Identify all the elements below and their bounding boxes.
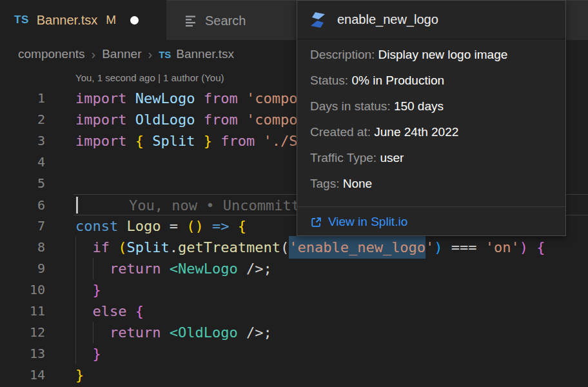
split-flag-popup: enable_new_logo Description: Display new… <box>297 0 566 236</box>
line-number: 2 <box>0 109 45 130</box>
line-number: 14 <box>0 364 45 386</box>
line-number: 11 <box>0 301 45 322</box>
flag-detail-value: None <box>343 177 372 190</box>
flag-detail-value: 0% in Production <box>351 74 444 87</box>
line-number: 7 <box>0 215 45 237</box>
code-text: return <OldLogo />; <box>75 322 272 343</box>
line-number: 9 <box>0 258 45 279</box>
line-number: 6 <box>0 195 45 216</box>
flag-detail-row: Status: 0% in Production <box>310 72 553 89</box>
popup-header: enable_new_logo <box>297 1 565 39</box>
flag-detail-label: Status: <box>310 74 351 87</box>
code-line-14[interactable]: 14} <box>0 364 588 386</box>
codelens-blame[interactable]: You, 1 second ago | 1 author (You) <box>75 72 224 83</box>
external-link-icon <box>310 216 322 228</box>
flag-detail-value: user <box>380 151 404 164</box>
code-line-13[interactable]: 13 } <box>0 343 588 364</box>
flag-detail-value: June 24th 2022 <box>374 125 458 139</box>
flag-detail-label: Traffic Type: <box>310 151 380 164</box>
code-text: } <box>75 364 84 386</box>
flag-detail-value: 150 days <box>394 99 444 113</box>
line-number: 1 <box>0 88 45 109</box>
line-number: 12 <box>0 322 45 343</box>
code-line-11[interactable]: 11 else { <box>0 301 588 322</box>
code-text: if (Split.getTreatment('enable_new_logo'… <box>75 237 545 258</box>
code-line-10[interactable]: 10 } <box>0 279 588 301</box>
code-text: import OldLogo from 'compo <box>75 109 297 130</box>
line-number: 8 <box>0 237 45 258</box>
code-line-8[interactable]: 8 if (Split.getTreatment('enable_new_log… <box>0 237 588 258</box>
line-number: 13 <box>0 343 45 364</box>
split-logo-icon <box>309 11 327 29</box>
flag-detail-row: Traffic Type: user <box>310 150 553 166</box>
code-text: return <NewLogo />; <box>75 258 272 279</box>
line-number: 4 <box>0 152 45 173</box>
view-in-splitio-label: View in Split.io <box>328 215 407 229</box>
flag-detail-row: Description: Display new logo image <box>310 46 553 63</box>
flag-detail-value: Display new logo image <box>378 48 508 61</box>
flag-rows: Description: Display new logo imageStatu… <box>310 46 553 192</box>
line-number: 5 <box>0 173 45 194</box>
flag-detail-row: Days in status: 150 days <box>310 98 553 115</box>
code-line-12[interactable]: 12 return <OldLogo />; <box>0 322 588 343</box>
flag-detail-label: Description: <box>310 48 378 61</box>
code-text: import { Split } from './S <box>75 130 297 152</box>
flag-detail-label: Days in status: <box>310 99 394 113</box>
inline-blame: You, now • Uncommitt <box>129 195 300 216</box>
line-number: 3 <box>0 130 45 152</box>
code-text: import NewLogo from 'compo <box>75 88 297 109</box>
popup-body: Description: Display new logo imageStatu… <box>297 39 565 229</box>
flag-detail-label: Tags: <box>310 177 343 190</box>
flag-detail-row: Tags: None <box>310 175 553 192</box>
view-in-splitio-link[interactable]: View in Split.io <box>310 207 553 229</box>
vscode-window: Search TS Banner.tsx M components › Bann… <box>0 0 588 387</box>
code-text: else { <box>75 301 144 322</box>
flag-detail-label: Created at: <box>310 125 374 139</box>
code-text: } <box>75 279 101 301</box>
code-line-9[interactable]: 9 return <NewLogo />; <box>0 258 588 279</box>
code-text: const Logo = () => { <box>75 215 246 237</box>
flag-detail-row: Created at: June 24th 2022 <box>310 124 553 141</box>
flag-name: enable_new_logo <box>337 12 438 27</box>
text-cursor <box>76 197 78 213</box>
code-text: } <box>75 343 101 364</box>
line-number: 10 <box>0 279 45 301</box>
